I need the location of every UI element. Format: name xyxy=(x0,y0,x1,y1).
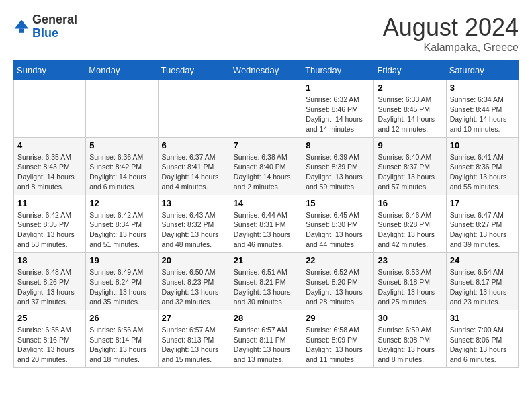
weekday-header-row: Sunday Monday Tuesday Wednesday Thursday… xyxy=(14,61,519,80)
day-number: 2 xyxy=(378,83,442,93)
table-row: 17 Sunrise: 6:47 AMSunset: 8:27 PMDaylig… xyxy=(446,195,518,253)
table-row: 22 Sunrise: 6:52 AMSunset: 8:20 PMDaylig… xyxy=(302,253,374,310)
svg-marker-0 xyxy=(15,19,29,28)
day-info: Sunrise: 6:51 AMSunset: 8:21 PMDaylight:… xyxy=(234,267,298,307)
day-number: 11 xyxy=(17,198,82,208)
day-info: Sunrise: 6:57 AMSunset: 8:11 PMDaylight:… xyxy=(234,325,298,365)
day-info: Sunrise: 6:35 AMSunset: 8:43 PMDaylight:… xyxy=(17,152,82,192)
table-row: 30 Sunrise: 6:59 AMSunset: 8:08 PMDaylig… xyxy=(374,310,446,368)
day-info: Sunrise: 6:43 AMSunset: 8:32 PMDaylight:… xyxy=(162,210,226,250)
location-subtitle: Kalampaka, Greece xyxy=(383,42,519,54)
calendar-week-row: 18 Sunrise: 6:48 AMSunset: 8:26 PMDaylig… xyxy=(14,253,519,310)
calendar-week-row: 25 Sunrise: 6:55 AMSunset: 8:16 PMDaylig… xyxy=(14,310,519,368)
title-block: August 2024 Kalampaka, Greece xyxy=(383,13,519,54)
day-info: Sunrise: 6:50 AMSunset: 8:23 PMDaylight:… xyxy=(162,267,226,307)
day-number: 15 xyxy=(306,198,370,208)
day-info: Sunrise: 6:36 AMSunset: 8:42 PMDaylight:… xyxy=(89,152,154,192)
table-row xyxy=(14,80,86,138)
header-wednesday: Wednesday xyxy=(230,61,302,80)
table-row: 3 Sunrise: 6:34 AMSunset: 8:44 PMDayligh… xyxy=(446,80,518,138)
day-info: Sunrise: 6:44 AMSunset: 8:31 PMDaylight:… xyxy=(234,210,298,250)
table-row: 21 Sunrise: 6:51 AMSunset: 8:21 PMDaylig… xyxy=(230,253,302,310)
table-row: 5 Sunrise: 6:36 AMSunset: 8:42 PMDayligh… xyxy=(86,137,158,195)
day-info: Sunrise: 6:33 AMSunset: 8:45 PMDaylight:… xyxy=(378,95,442,134)
day-number: 8 xyxy=(306,140,370,150)
day-number: 24 xyxy=(450,255,515,265)
calendar-week-row: 1 Sunrise: 6:32 AMSunset: 8:46 PMDayligh… xyxy=(14,80,519,138)
day-info: Sunrise: 6:45 AMSunset: 8:30 PMDaylight:… xyxy=(306,210,370,250)
table-row: 18 Sunrise: 6:48 AMSunset: 8:26 PMDaylig… xyxy=(14,253,86,310)
header-sunday: Sunday xyxy=(14,61,86,80)
day-info: Sunrise: 6:47 AMSunset: 8:27 PMDaylight:… xyxy=(450,210,515,250)
day-number: 1 xyxy=(306,83,370,93)
table-row: 24 Sunrise: 6:54 AMSunset: 8:17 PMDaylig… xyxy=(446,253,518,310)
table-row: 23 Sunrise: 6:53 AMSunset: 8:18 PMDaylig… xyxy=(374,253,446,310)
day-number: 5 xyxy=(89,140,154,150)
table-row: 19 Sunrise: 6:49 AMSunset: 8:24 PMDaylig… xyxy=(86,253,158,310)
table-row: 13 Sunrise: 6:43 AMSunset: 8:32 PMDaylig… xyxy=(158,195,230,253)
table-row: 6 Sunrise: 6:37 AMSunset: 8:41 PMDayligh… xyxy=(158,137,230,195)
table-row: 16 Sunrise: 6:46 AMSunset: 8:28 PMDaylig… xyxy=(374,195,446,253)
day-info: Sunrise: 6:52 AMSunset: 8:20 PMDaylight:… xyxy=(306,267,370,307)
logo: General Blue xyxy=(13,13,77,40)
table-row: 15 Sunrise: 6:45 AMSunset: 8:30 PMDaylig… xyxy=(302,195,374,253)
day-number: 10 xyxy=(450,140,515,150)
table-row xyxy=(86,80,158,138)
table-row xyxy=(158,80,230,138)
day-info: Sunrise: 6:38 AMSunset: 8:40 PMDaylight:… xyxy=(234,152,298,192)
day-info: Sunrise: 7:00 AMSunset: 8:06 PMDaylight:… xyxy=(450,325,515,365)
day-number: 3 xyxy=(450,83,515,93)
day-number: 16 xyxy=(378,198,442,208)
table-row: 8 Sunrise: 6:39 AMSunset: 8:39 PMDayligh… xyxy=(302,137,374,195)
day-number: 31 xyxy=(450,313,515,323)
table-row: 1 Sunrise: 6:32 AMSunset: 8:46 PMDayligh… xyxy=(302,80,374,138)
day-number: 4 xyxy=(17,140,82,150)
day-number: 28 xyxy=(234,313,298,323)
day-info: Sunrise: 6:37 AMSunset: 8:41 PMDaylight:… xyxy=(162,152,226,192)
table-row: 7 Sunrise: 6:38 AMSunset: 8:40 PMDayligh… xyxy=(230,137,302,195)
table-row: 2 Sunrise: 6:33 AMSunset: 8:45 PMDayligh… xyxy=(374,80,446,138)
day-info: Sunrise: 6:42 AMSunset: 8:35 PMDaylight:… xyxy=(17,210,82,250)
header-thursday: Thursday xyxy=(302,61,374,80)
calendar-week-row: 4 Sunrise: 6:35 AMSunset: 8:43 PMDayligh… xyxy=(14,137,519,195)
day-number: 30 xyxy=(378,313,442,323)
day-info: Sunrise: 6:59 AMSunset: 8:08 PMDaylight:… xyxy=(378,325,442,365)
day-info: Sunrise: 6:39 AMSunset: 8:39 PMDaylight:… xyxy=(306,152,370,192)
table-row xyxy=(230,80,302,138)
day-info: Sunrise: 6:42 AMSunset: 8:34 PMDaylight:… xyxy=(89,210,154,250)
day-info: Sunrise: 6:48 AMSunset: 8:26 PMDaylight:… xyxy=(17,267,82,307)
calendar-table: Sunday Monday Tuesday Wednesday Thursday… xyxy=(13,60,519,368)
day-number: 13 xyxy=(162,198,226,208)
day-info: Sunrise: 6:41 AMSunset: 8:36 PMDaylight:… xyxy=(450,152,515,192)
day-info: Sunrise: 6:34 AMSunset: 8:44 PMDaylight:… xyxy=(450,95,515,134)
table-row: 31 Sunrise: 7:00 AMSunset: 8:06 PMDaylig… xyxy=(446,310,518,368)
day-number: 21 xyxy=(234,255,298,265)
header-friday: Friday xyxy=(374,61,446,80)
day-info: Sunrise: 6:56 AMSunset: 8:14 PMDaylight:… xyxy=(89,325,154,365)
header-monday: Monday xyxy=(86,61,158,80)
day-number: 22 xyxy=(306,255,370,265)
table-row: 9 Sunrise: 6:40 AMSunset: 8:37 PMDayligh… xyxy=(374,137,446,195)
day-number: 17 xyxy=(450,198,515,208)
day-number: 26 xyxy=(89,313,154,323)
day-number: 14 xyxy=(234,198,298,208)
day-info: Sunrise: 6:49 AMSunset: 8:24 PMDaylight:… xyxy=(89,267,154,307)
day-info: Sunrise: 6:55 AMSunset: 8:16 PMDaylight:… xyxy=(17,325,82,365)
table-row: 25 Sunrise: 6:55 AMSunset: 8:16 PMDaylig… xyxy=(14,310,86,368)
logo-general-text: General xyxy=(32,13,77,26)
header-tuesday: Tuesday xyxy=(158,61,230,80)
day-number: 29 xyxy=(306,313,370,323)
day-info: Sunrise: 6:57 AMSunset: 8:13 PMDaylight:… xyxy=(162,325,226,365)
table-row: 20 Sunrise: 6:50 AMSunset: 8:23 PMDaylig… xyxy=(158,253,230,310)
table-row: 11 Sunrise: 6:42 AMSunset: 8:35 PMDaylig… xyxy=(14,195,86,253)
day-info: Sunrise: 6:46 AMSunset: 8:28 PMDaylight:… xyxy=(378,210,442,250)
day-number: 9 xyxy=(378,140,442,150)
table-row: 29 Sunrise: 6:58 AMSunset: 8:09 PMDaylig… xyxy=(302,310,374,368)
table-row: 28 Sunrise: 6:57 AMSunset: 8:11 PMDaylig… xyxy=(230,310,302,368)
table-row: 10 Sunrise: 6:41 AMSunset: 8:36 PMDaylig… xyxy=(446,137,518,195)
day-info: Sunrise: 6:54 AMSunset: 8:17 PMDaylight:… xyxy=(450,267,515,307)
day-number: 23 xyxy=(378,255,442,265)
table-row: 4 Sunrise: 6:35 AMSunset: 8:43 PMDayligh… xyxy=(14,137,86,195)
day-info: Sunrise: 6:40 AMSunset: 8:37 PMDaylight:… xyxy=(378,152,442,192)
day-number: 27 xyxy=(162,313,226,323)
